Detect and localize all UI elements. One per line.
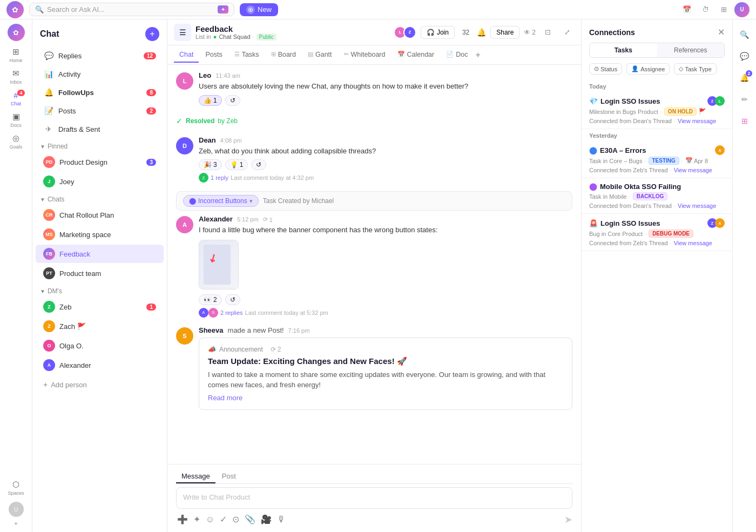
e30a-view-msg[interactable]: View message <box>674 167 712 173</box>
sidebar-add-button[interactable]: + <box>145 27 159 41</box>
topbar-icon-3[interactable]: ⊞ <box>716 2 731 17</box>
right-pencil-icon[interactable]: ✏ <box>736 91 753 108</box>
expand-icon[interactable]: ⤢ <box>559 25 575 40</box>
tab-calendar[interactable]: 📅 Calendar <box>392 48 440 63</box>
tool-emoji[interactable]: ☺ <box>205 514 215 526</box>
nav-home[interactable]: ⊞ Home <box>6 45 26 65</box>
user-profile-icon[interactable]: U <box>9 502 24 517</box>
nav-chat[interactable]: # Chat 4 <box>6 89 26 108</box>
new-button[interactable]: ⊕ New <box>240 3 278 16</box>
nav-docs[interactable]: ▣ Docs <box>6 110 26 130</box>
nav-inbox[interactable]: ✉ Inbox <box>6 67 26 86</box>
sidebar: Chat + 💬 Replies 12 📊 Activity 🔔 FollowU… <box>32 19 167 532</box>
sidebar-item-activity[interactable]: 📊 Activity <box>36 65 164 83</box>
share-button[interactable]: Share <box>490 26 519 39</box>
sidebar-item-followups[interactable]: 🔔 FollowUps 8 <box>36 84 164 101</box>
sidebar-item-chat-rollout[interactable]: CR Chat Rollout Plan <box>36 206 164 224</box>
reaction-party[interactable]: 🎉 3 <box>199 159 222 170</box>
join-button[interactable]: 🎧 Join <box>421 26 455 39</box>
tab-chat[interactable]: Chat <box>174 48 199 63</box>
nav-goals[interactable]: ◎ Goals <box>6 132 26 151</box>
tab-whiteboard[interactable]: ✏ Whiteboard <box>339 48 391 63</box>
layout-icon[interactable]: ⊡ <box>540 25 555 40</box>
tool-check[interactable]: ✓ <box>219 513 228 526</box>
connections-close[interactable]: ✕ <box>718 27 725 37</box>
right-search-icon[interactable]: 🔍 <box>736 26 753 43</box>
sidebar-item-marketing[interactable]: MS Marketing space <box>36 225 164 244</box>
read-more-link[interactable]: Read more <box>208 394 242 402</box>
tab-posts[interactable]: Posts <box>200 48 227 63</box>
reaction-sync3[interactable]: ↺ <box>225 294 240 305</box>
tab-chat-label: Chat <box>179 51 193 58</box>
sidebar-item-joey[interactable]: J Joey <box>36 172 164 191</box>
sidebar-item-zach[interactable]: Z Zach 🚩 <box>36 317 164 335</box>
tool-ai[interactable]: ✦ <box>192 513 201 526</box>
tab-doc[interactable]: 📄 Doc <box>441 48 473 63</box>
sidebar-item-product-team[interactable]: PT Product team <box>36 264 164 282</box>
filter-task-type[interactable]: ◇ Task Type <box>674 63 716 75</box>
login-sso-1-icon: 💎 <box>589 97 598 105</box>
reaction-bulb[interactable]: 💡 1 <box>225 159 248 170</box>
task-pill[interactable]: ⬤ Incorrect Buttons ▾ <box>183 195 259 207</box>
global-search[interactable]: 🔍 Search or Ask AI... ✦ <box>29 3 234 16</box>
tool-attach[interactable]: 📎 <box>244 513 256 526</box>
assignee-filter-label: Assignee <box>640 66 665 72</box>
sidebar-item-posts[interactable]: 📝 Posts 2 <box>36 102 164 119</box>
reaction-sync2[interactable]: ↺ <box>251 159 266 170</box>
message-input[interactable]: Write to Chat Product <box>176 487 572 509</box>
chats-section-header[interactable]: ▼ Chats <box>32 191 167 205</box>
send-button[interactable]: ➤ <box>564 514 572 526</box>
topbar-icon-2[interactable]: ⏱ <box>698 2 713 17</box>
sidebar-item-drafts[interactable]: ✈ Drafts & Sent <box>36 120 164 138</box>
alexander-reply-time: Last comment today at 5:32 pm <box>245 309 328 316</box>
input-tab-post[interactable]: Post <box>217 470 241 483</box>
right-grid-icon[interactable]: ⊞ <box>736 112 753 130</box>
filter-status[interactable]: ⊙ Status <box>589 63 622 75</box>
tool-mic[interactable]: 🎙 <box>276 514 287 526</box>
conn-tab-tasks[interactable]: Tasks <box>590 43 657 57</box>
tool-add[interactable]: ➕ <box>176 513 189 526</box>
ai-button[interactable]: ✦ <box>218 5 228 14</box>
tab-board[interactable]: ⊞ Board <box>266 48 301 63</box>
tab-gantt[interactable]: ▤ Gantt <box>302 48 338 63</box>
tool-video[interactable]: 🎥 <box>260 513 273 526</box>
sidebar-item-alexander[interactable]: A Alexander <box>36 356 164 374</box>
bell-icon[interactable]: 🔔 <box>477 28 486 37</box>
sidebar-item-olga[interactable]: O Olga O. <box>36 336 164 355</box>
tab-tasks[interactable]: ☰ Tasks <box>229 48 265 63</box>
dms-section-header[interactable]: ▼ DM's <box>32 283 167 297</box>
user-avatar[interactable]: U <box>734 2 750 17</box>
status-filter-icon: ⊙ <box>594 65 599 72</box>
leo-reactions: 👍 1 ↺ <box>199 95 572 106</box>
input-tab-message[interactable]: Message <box>176 470 215 483</box>
sidebar-item-zeb[interactable]: Z Zeb 1 <box>36 298 164 316</box>
dean-reply-info[interactable]: Z 1 reply Last comment today at 4:32 pm <box>199 173 572 183</box>
sidebar-item-product-design[interactable]: PD Product Design 3 <box>36 153 164 171</box>
add-member-icon[interactable]: + <box>13 519 18 528</box>
sidebar-item-feedback[interactable]: FB Feedback <box>36 245 164 263</box>
replies-icon: 💬 <box>43 50 54 61</box>
mobile-okta-view-msg[interactable]: View message <box>678 203 716 209</box>
right-bell-icon[interactable]: 🔔 2 <box>736 69 753 86</box>
sidebar-item-replies[interactable]: 💬 Replies 12 <box>36 47 164 64</box>
login-sso-1-view-msg[interactable]: View message <box>678 118 716 124</box>
reaction-eyes[interactable]: 👀 2 <box>199 294 222 305</box>
add-person-item[interactable]: + Add person <box>36 377 164 392</box>
login-sso-2-view-msg[interactable]: View message <box>674 240 712 246</box>
conn-tab-references[interactable]: References <box>657 43 725 57</box>
tool-circle[interactable]: ⊙ <box>231 513 240 526</box>
reaction-sync[interactable]: ↺ <box>225 95 240 106</box>
activity-icon: 📊 <box>43 69 54 79</box>
reply-avatar-b: S <box>208 308 218 318</box>
topbar-icon-1[interactable]: 📅 <box>679 2 694 17</box>
tab-add-button[interactable]: + <box>475 51 480 59</box>
reaction-thumbsup[interactable]: 👍 1 <box>199 95 222 106</box>
alexander-reply-info[interactable]: A S 2 replies Last comment today at 5:32… <box>199 308 572 318</box>
nav-spaces[interactable]: ⬡ Spaces <box>6 478 26 497</box>
filter-assignee[interactable]: 👤 Assignee <box>626 63 670 75</box>
product-team-label: Product team <box>59 270 156 278</box>
login-sso-2-avatars: Z A <box>707 218 725 228</box>
pinned-section-header[interactable]: ▼ Pinned <box>32 138 167 152</box>
squad-label[interactable]: Chat Squad <box>219 33 250 40</box>
right-chat-icon[interactable]: 💬 <box>736 48 753 65</box>
